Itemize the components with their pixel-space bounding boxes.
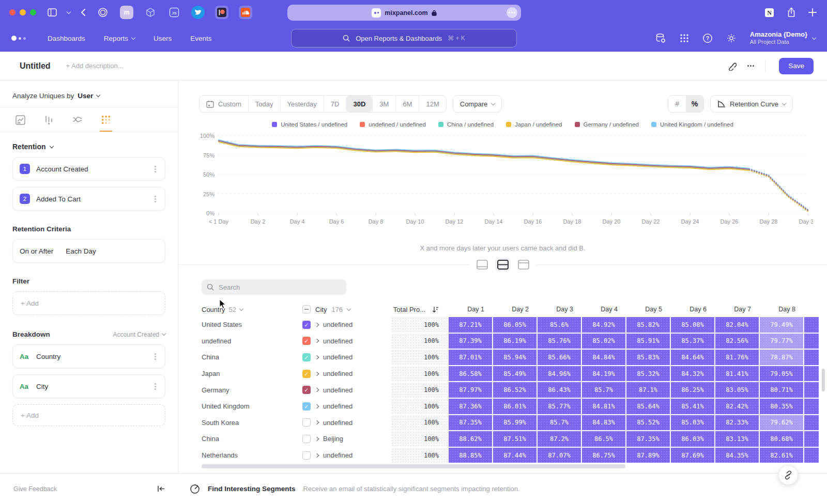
day-column-header[interactable]: Day 2 xyxy=(493,306,537,313)
nav-item-dashboards[interactable]: Dashboards xyxy=(48,35,85,42)
bird-favicon[interactable] xyxy=(191,6,205,19)
table-only-view-icon[interactable] xyxy=(516,258,531,271)
step-card-added-to-cart[interactable]: 2 Added To Cart xyxy=(12,187,165,211)
row-checkbox[interactable] xyxy=(302,451,311,460)
apps-grid-icon[interactable] xyxy=(680,34,689,43)
row-checkbox[interactable]: ✓ xyxy=(302,337,311,345)
step-card-account-created[interactable]: 1 Account Created xyxy=(12,157,165,181)
table-row[interactable]: Germany✓undefined100%87.97%86.52%86.43%8… xyxy=(178,382,827,398)
row-checkbox[interactable] xyxy=(302,435,311,443)
row-checkbox[interactable]: ✓ xyxy=(302,321,311,329)
project-switcher[interactable]: Amazonia {Demo} All Project Data xyxy=(750,30,816,46)
help-icon[interactable]: ? xyxy=(702,33,713,43)
expand-row-icon[interactable] xyxy=(315,404,319,408)
minimize-window-icon[interactable] xyxy=(20,9,26,15)
data-management-icon[interactable] xyxy=(655,33,666,44)
breakdown-card-country[interactable]: Aa Country xyxy=(12,344,165,368)
date-range-3m[interactable]: 3M xyxy=(372,96,395,112)
give-feedback-link[interactable]: Give Feedback xyxy=(13,485,57,493)
nav-item-users[interactable]: Users xyxy=(154,35,172,42)
retention-criteria-card[interactable]: On or After Each Day xyxy=(12,239,165,263)
city-column-header[interactable]: City 176 xyxy=(302,305,391,313)
row-checkbox[interactable]: ✓ xyxy=(302,353,311,361)
expand-row-icon[interactable] xyxy=(315,355,319,359)
tab-funnels[interactable] xyxy=(44,115,54,125)
table-row[interactable]: United States✓undefined100%87.21%86.05%8… xyxy=(178,317,827,333)
legend-item[interactable]: Germany / undefined xyxy=(575,121,639,128)
tab-insights[interactable] xyxy=(16,115,25,125)
table-search-input[interactable] xyxy=(219,284,332,291)
close-window-icon[interactable] xyxy=(9,9,16,15)
day-column-header[interactable]: Day 7 xyxy=(715,306,759,313)
collapse-sidebar-icon[interactable] xyxy=(157,485,165,492)
row-checkbox[interactable]: ✓ xyxy=(302,402,311,411)
save-button[interactable]: Save xyxy=(779,58,814,74)
compare-button[interactable]: Compare xyxy=(453,95,502,113)
date-range-12m[interactable]: 12M xyxy=(419,96,446,112)
sidebar-toggle-icon[interactable] xyxy=(48,8,57,17)
report-title[interactable]: Untitled xyxy=(20,61,51,71)
kebab-menu-icon[interactable] xyxy=(155,198,156,200)
onepassword-favicon[interactable] xyxy=(96,6,110,19)
legend-item[interactable]: Japan / undefined xyxy=(506,121,562,128)
expand-row-icon[interactable] xyxy=(315,339,319,343)
day-column-header[interactable]: Day 4 xyxy=(581,306,626,313)
share-link-button[interactable] xyxy=(778,465,798,485)
add-description[interactable]: + Add description... xyxy=(66,62,124,70)
row-checkbox[interactable]: ✓ xyxy=(302,386,311,394)
settings-gear-icon[interactable] xyxy=(726,33,737,43)
criteria-interval[interactable]: Each Day xyxy=(66,247,96,255)
expand-row-icon[interactable] xyxy=(315,323,319,327)
split-view-icon[interactable] xyxy=(495,258,511,271)
cube-favicon[interactable] xyxy=(144,6,157,19)
expand-row-icon[interactable] xyxy=(315,371,319,375)
add-filter-button[interactable]: + Add xyxy=(12,291,165,315)
new-tab-icon[interactable] xyxy=(808,8,817,17)
number-format-button[interactable]: # xyxy=(668,96,686,112)
kebab-menu-icon[interactable] xyxy=(155,356,156,357)
table-row[interactable]: China✓undefined100%87.01%85.94%85.66%84.… xyxy=(178,349,827,366)
chart-only-view-icon[interactable] xyxy=(474,258,490,271)
expand-row-icon[interactable] xyxy=(315,388,319,392)
horizontal-scrollbar[interactable] xyxy=(202,464,625,468)
kebab-menu-icon[interactable] xyxy=(155,386,156,387)
day-column-header[interactable]: Day 8 xyxy=(759,306,804,313)
mixpanel-logo[interactable] xyxy=(11,36,26,41)
total-column-header[interactable]: Total Pro... xyxy=(391,306,448,313)
table-row[interactable]: undefined✓undefined100%87.39%86.19%85.76… xyxy=(178,333,827,350)
row-checkbox[interactable] xyxy=(302,418,311,427)
select-all-checkbox[interactable] xyxy=(302,305,311,313)
date-range-30d[interactable]: 30D xyxy=(346,96,372,112)
share-icon[interactable] xyxy=(787,7,796,18)
criteria-type[interactable]: On or After xyxy=(20,247,53,255)
table-row[interactable]: South Koreaundefined100%87.35%85.99%85.7… xyxy=(178,415,827,431)
table-search[interactable] xyxy=(202,279,346,295)
table-row[interactable]: Netherlandsundefined100%88.85%87.44%87.0… xyxy=(178,447,827,464)
table-row[interactable]: United Kingdom✓undefined100%87.36%86.01%… xyxy=(178,398,827,415)
tab-flows[interactable] xyxy=(72,115,83,125)
legend-item[interactable]: United Kingdom / undefined xyxy=(651,121,733,128)
maximize-window-icon[interactable] xyxy=(30,9,36,15)
address-bar[interactable]: mixpanel.com xyxy=(287,5,521,21)
day-column-header[interactable]: Day 6 xyxy=(670,306,715,313)
js-favicon[interactable]: JS xyxy=(167,6,181,19)
day-column-header[interactable]: Day 1 xyxy=(448,306,493,313)
day-column-header[interactable]: Day 3 xyxy=(537,306,581,313)
breakdown-event-dropdown[interactable]: Account Created xyxy=(113,331,165,338)
expand-row-icon[interactable] xyxy=(315,453,319,457)
date-range-7d[interactable]: 7D xyxy=(324,96,346,112)
back-icon[interactable] xyxy=(81,8,86,17)
date-range-today[interactable]: Today xyxy=(248,96,280,112)
kebab-menu-icon[interactable] xyxy=(155,168,156,170)
vertical-scrollbar[interactable] xyxy=(822,369,825,391)
percent-format-button[interactable]: % xyxy=(686,96,703,112)
day-column-header[interactable]: Day 5 xyxy=(626,306,670,313)
legend-item[interactable]: United States / undefined xyxy=(272,121,347,128)
expand-row-icon[interactable] xyxy=(315,437,319,441)
nav-item-events[interactable]: Events xyxy=(190,35,211,42)
chart-type-dropdown[interactable]: Retention Curve xyxy=(710,95,793,113)
global-search[interactable]: Open Reports & Dashboards ⌘ + K xyxy=(291,29,517,48)
table-row[interactable]: ChinaBeijing100%88.62%87.51%87.2%86.5%87… xyxy=(178,431,827,447)
row-checkbox[interactable]: ✓ xyxy=(302,370,311,378)
legend-item[interactable]: China / undefined xyxy=(438,121,494,128)
